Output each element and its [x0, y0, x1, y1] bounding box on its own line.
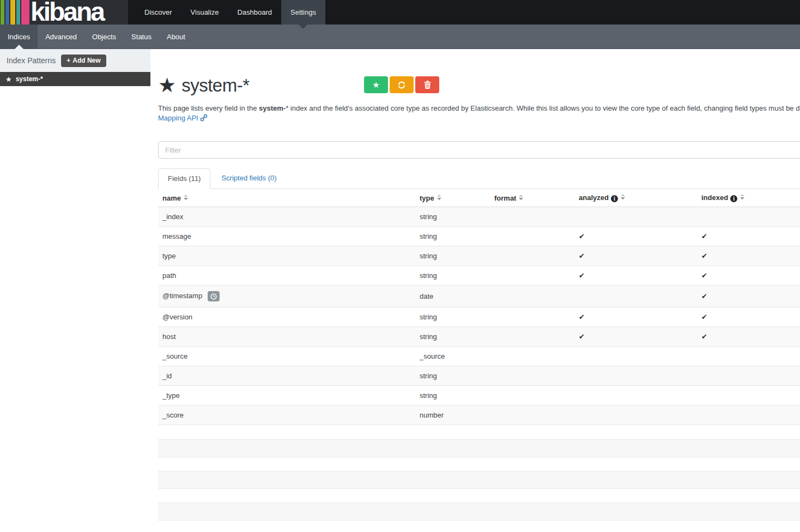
field-format-cell [490, 386, 574, 406]
table-row: _id string [158, 366, 800, 386]
field-name-cell: path [158, 266, 415, 286]
table-row: _source _source [158, 347, 800, 366]
field-indexed-cell [697, 366, 800, 386]
star-icon: ★ [5, 75, 12, 83]
topnav-item-dashboard[interactable]: Dashboard [228, 0, 281, 25]
field-indexed-cell: ✔ [697, 327, 800, 347]
filter-input[interactable] [158, 141, 800, 159]
field-indexed-cell: ✔ [697, 227, 800, 246]
page-title: system-* [181, 75, 249, 96]
column-header-name[interactable]: name [158, 189, 415, 207]
field-indexed-cell: ✔ [697, 246, 800, 266]
field-format-cell [490, 266, 574, 286]
field-type-cell: date [415, 286, 490, 307]
table-row: _type string [158, 386, 800, 406]
table-row: type string ✔ ✔ [158, 246, 800, 266]
tab-fields[interactable]: Fields (11) [158, 168, 210, 189]
link-chain-icon [200, 114, 208, 122]
clock-icon [210, 293, 217, 300]
field-name-cell: type [158, 246, 415, 266]
field-name-cell: _index [158, 207, 415, 227]
field-indexed-cell [697, 406, 800, 425]
field-analyzed-cell [574, 366, 697, 386]
logo-stripe-yellow [10, 0, 15, 25]
column-header-analyzed[interactable]: analyzedi [574, 189, 697, 207]
empty-table-stripe [158, 503, 800, 521]
check-icon: ✔ [701, 292, 707, 300]
column-header-type[interactable]: type [415, 189, 490, 207]
sort-icon [184, 195, 188, 200]
title-action-buttons: ★ [364, 76, 441, 93]
sidebar-item-system-pattern[interactable]: ★ system-* [0, 72, 150, 86]
field-format-cell [490, 207, 574, 227]
topnav-item-visualize[interactable]: Visualize [181, 0, 228, 25]
plus-icon: + [66, 57, 70, 64]
field-tabs: Fields (11) Scripted fields (0) [158, 168, 800, 189]
sort-icon [437, 195, 441, 200]
kibana-logo[interactable]: kibana [0, 0, 128, 25]
mapping-api-link[interactable]: Mapping API [158, 114, 208, 122]
field-type-cell: string [415, 366, 490, 386]
field-format-cell [490, 327, 574, 347]
field-analyzed-cell [574, 406, 697, 425]
field-analyzed-cell: ✔ [574, 266, 697, 286]
field-type-cell: _source [415, 347, 490, 366]
subnav-item-status[interactable]: Status [124, 25, 159, 49]
field-name-cell: @timestamp [158, 286, 415, 307]
field-type-cell: string [415, 307, 490, 327]
column-header-format[interactable]: format [490, 189, 574, 207]
description-line1: This page lists every field in the syste… [158, 104, 800, 113]
fields-table: nametypeformatanalyzediindexedi _index s… [158, 189, 800, 425]
refresh-icon [397, 81, 406, 89]
top-navbar: kibana DiscoverVisualizeDashboardSetting… [0, 0, 800, 25]
kibana-wordmark: kibana [31, 0, 104, 27]
empty-table-stripe [158, 439, 800, 457]
field-analyzed-cell: ✔ [574, 227, 697, 246]
subnav-item-objects[interactable]: Objects [84, 25, 124, 49]
logo-stripe-teal [16, 0, 20, 25]
description-line2: Mapping API [158, 113, 800, 123]
logo-stripe-green [1, 0, 4, 25]
sort-icon [621, 194, 625, 200]
description-text-cont: * index and the field's associated core … [286, 104, 800, 112]
field-format-cell [490, 347, 574, 366]
time-field-badge [208, 291, 220, 301]
field-name-cell: host [158, 327, 415, 347]
check-icon: ✔ [701, 313, 707, 321]
field-type-cell: string [415, 227, 490, 246]
subnav-item-advanced[interactable]: Advanced [38, 25, 84, 49]
set-default-index-button[interactable]: ★ [364, 76, 388, 93]
star-icon: ★ [372, 80, 379, 90]
check-icon: ✔ [701, 332, 707, 341]
sidebar-heading: Index Patterns [7, 56, 56, 65]
check-icon: ✔ [579, 232, 585, 240]
info-icon: i [730, 195, 737, 202]
trash-icon [424, 81, 431, 89]
field-analyzed-cell [574, 286, 697, 307]
topnav-item-settings[interactable]: Settings [281, 0, 325, 25]
empty-table-stripe [158, 471, 800, 489]
field-format-cell [490, 406, 574, 425]
sidebar-header: Index Patterns +Add New [0, 49, 150, 72]
main-content: ★ system-* ★ [158, 49, 800, 532]
column-header-indexed[interactable]: indexedi [697, 189, 800, 207]
check-icon: ✔ [701, 252, 707, 260]
field-name-cell: _score [158, 406, 415, 425]
field-type-cell: string [415, 327, 490, 347]
field-indexed-cell [697, 207, 800, 227]
delete-index-pattern-button[interactable] [415, 76, 439, 93]
subnav-item-about[interactable]: About [159, 25, 193, 49]
field-type-cell: number [415, 406, 490, 425]
field-analyzed-cell: ✔ [574, 307, 697, 327]
topnav-item-discover[interactable]: Discover [135, 0, 181, 25]
fields-table-header: nametypeformatanalyzediindexedi [158, 189, 800, 207]
check-icon: ✔ [579, 313, 585, 321]
table-row: host string ✔ ✔ [158, 327, 800, 347]
field-name-cell: _source [158, 347, 415, 366]
add-new-button[interactable]: +Add New [61, 55, 106, 67]
refresh-fields-button[interactable] [390, 76, 414, 93]
table-row: @version string ✔ ✔ [158, 307, 800, 327]
subnav-item-indices[interactable]: Indices [0, 25, 38, 49]
add-new-label: Add New [72, 57, 100, 64]
tab-scripted-fields[interactable]: Scripted fields (0) [212, 168, 286, 189]
